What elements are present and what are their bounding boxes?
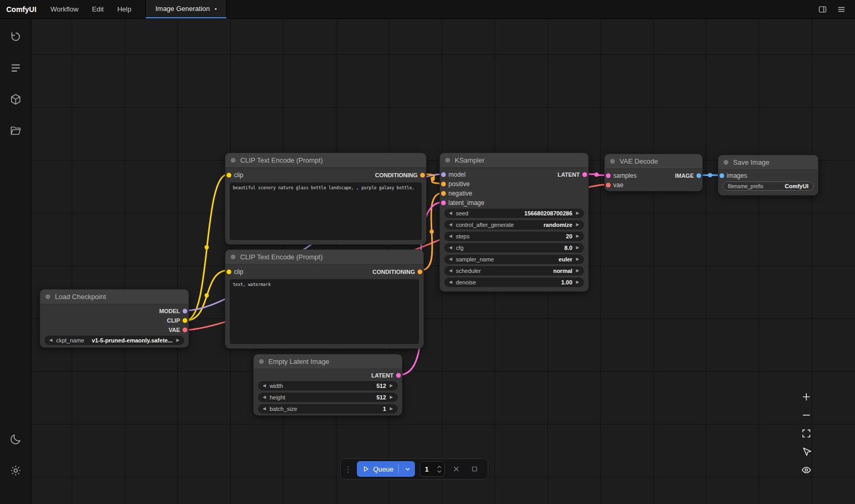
- widget-scheduler[interactable]: ◀ scheduler normal ▶: [444, 266, 584, 276]
- collapse-dot[interactable]: [610, 159, 615, 164]
- input-port-positive[interactable]: [441, 182, 446, 187]
- collapse-dot[interactable]: [259, 359, 264, 364]
- fit-view-icon[interactable]: [801, 428, 812, 439]
- toggle-link-visibility-eye-icon[interactable]: [801, 464, 812, 476]
- link-midpoint-dot[interactable]: [430, 230, 434, 234]
- node-empty-latent-image[interactable]: Empty Latent Image LATENT ◀ width 512 ▶ …: [253, 354, 402, 416]
- tab-image-generation[interactable]: Image Generation ●: [145, 0, 227, 18]
- widget-cfg[interactable]: ◀ cfg 8.0 ▶: [444, 243, 584, 253]
- batch-count-stepper[interactable]: 1: [420, 461, 445, 477]
- input-port-samples[interactable]: [606, 174, 611, 178]
- collapse-dot[interactable]: [724, 160, 728, 165]
- queue-button[interactable]: Queue: [357, 461, 415, 477]
- select-cursor-icon[interactable]: [801, 446, 812, 457]
- menu-help[interactable]: Help: [110, 0, 138, 18]
- link-midpoint-dot[interactable]: [431, 177, 435, 181]
- input-port-clip[interactable]: [227, 173, 231, 178]
- node-vae-decode[interactable]: VAE Decode samples IMAGE vae: [604, 154, 703, 191]
- increment-arrow-icon[interactable]: ▶: [576, 223, 579, 227]
- queue-list-icon[interactable]: [4, 56, 27, 79]
- theme-moon-icon[interactable]: [4, 428, 27, 451]
- increment-arrow-icon[interactable]: ▶: [576, 211, 579, 215]
- decrement-arrow-icon[interactable]: ◀: [449, 223, 452, 227]
- decrement-arrow-icon[interactable]: ◀: [449, 269, 452, 273]
- prompt-textarea[interactable]: beautiful scenery nature glass bottle la…: [230, 182, 422, 240]
- chevron-down-icon[interactable]: [403, 465, 412, 473]
- drag-handle[interactable]: ⋮: [344, 465, 352, 473]
- stop-button[interactable]: [468, 462, 481, 476]
- increment-arrow-icon[interactable]: ▶: [176, 338, 179, 342]
- input-port-images[interactable]: [719, 174, 724, 178]
- input-port-vae[interactable]: [606, 183, 611, 188]
- increment-arrow-icon[interactable]: ▶: [576, 269, 579, 273]
- node-header[interactable]: CLIP Text Encode (Prompt): [226, 250, 423, 265]
- widget-steps[interactable]: ◀ steps 20 ▶: [444, 232, 584, 241]
- stepper-down-icon[interactable]: [436, 469, 442, 474]
- node-header[interactable]: CLIP Text Encode (Prompt): [226, 153, 426, 168]
- decrement-arrow-icon[interactable]: ◀: [263, 395, 266, 399]
- link-midpoint-dot[interactable]: [205, 245, 209, 249]
- decrement-arrow-icon[interactable]: ◀: [263, 384, 266, 388]
- history-icon[interactable]: [4, 25, 27, 48]
- input-port-negative[interactable]: [441, 191, 446, 196]
- increment-arrow-icon[interactable]: ▶: [390, 395, 393, 399]
- input-port-clip[interactable]: [227, 270, 231, 274]
- clear-queue-button[interactable]: [449, 462, 463, 476]
- decrement-arrow-icon[interactable]: ◀: [49, 338, 52, 342]
- output-port-image[interactable]: [696, 174, 701, 178]
- zoom-out-icon[interactable]: [801, 409, 812, 421]
- collapse-dot[interactable]: [46, 294, 50, 299]
- widget-height[interactable]: ◀ height 512 ▶: [258, 393, 398, 402]
- widget-ckpt-name[interactable]: ◀ ckpt_name v1-5-pruned-emaonly.safete..…: [44, 336, 184, 345]
- widget-denoise[interactable]: ◀ denoise 1.00 ▶: [444, 278, 584, 287]
- increment-arrow-icon[interactable]: ▶: [576, 280, 579, 284]
- decrement-arrow-icon[interactable]: ◀: [449, 280, 452, 284]
- decrement-arrow-icon[interactable]: ◀: [449, 211, 452, 215]
- output-port-vae[interactable]: [183, 328, 187, 333]
- collapse-dot[interactable]: [231, 158, 235, 163]
- input-port-latent-image[interactable]: [441, 201, 446, 205]
- node-header[interactable]: Empty Latent Image: [254, 354, 402, 369]
- node-header[interactable]: KSampler: [440, 153, 588, 168]
- menu-edit[interactable]: Edit: [85, 0, 110, 18]
- decrement-arrow-icon[interactable]: ◀: [449, 257, 452, 261]
- increment-arrow-icon[interactable]: ▶: [576, 234, 579, 238]
- widget-batch-size[interactable]: ◀ batch_size 1 ▶: [258, 404, 398, 414]
- node-save-image[interactable]: Save Image images filename_prefix ComfyU…: [718, 155, 818, 196]
- link-midpoint-dot[interactable]: [594, 173, 599, 177]
- node-library-cube-icon[interactable]: [4, 88, 27, 111]
- output-port-latent[interactable]: [582, 173, 587, 177]
- node-graph-canvas[interactable]: CLIP Text Encode (Prompt) clip CONDITION…: [31, 19, 855, 504]
- widget-control-after-generate[interactable]: ◀ control_after_generate randomize ▶: [444, 220, 584, 230]
- widget-width[interactable]: ◀ width 512 ▶: [258, 381, 398, 391]
- output-port-latent[interactable]: [396, 373, 401, 378]
- collapse-dot[interactable]: [445, 158, 450, 163]
- output-port-clip[interactable]: [183, 318, 187, 323]
- widget-seed[interactable]: ◀ seed 156680208700286 ▶: [444, 209, 584, 218]
- output-port-conditioning[interactable]: [418, 270, 422, 274]
- settings-gear-icon[interactable]: [4, 459, 27, 482]
- decrement-arrow-icon[interactable]: ◀: [449, 246, 452, 250]
- link-midpoint-dot[interactable]: [708, 173, 712, 177]
- node-header[interactable]: Save Image: [718, 155, 818, 170]
- decrement-arrow-icon[interactable]: ◀: [263, 407, 266, 411]
- link-midpoint-dot[interactable]: [205, 293, 209, 297]
- collapse-dot[interactable]: [231, 255, 235, 259]
- menu-workflow[interactable]: Workflow: [44, 0, 85, 18]
- output-port-conditioning[interactable]: [420, 173, 425, 178]
- increment-arrow-icon[interactable]: ▶: [576, 246, 579, 250]
- node-header[interactable]: Load Checkpoint: [40, 290, 188, 304]
- stepper-up-icon[interactable]: [436, 465, 442, 469]
- increment-arrow-icon[interactable]: ▶: [576, 257, 579, 261]
- workflows-folder-icon[interactable]: [4, 119, 27, 142]
- increment-arrow-icon[interactable]: ▶: [390, 384, 393, 388]
- toggle-panel-icon[interactable]: [815, 2, 830, 17]
- widget-sampler-name[interactable]: ◀ sampler_name euler ▶: [444, 255, 584, 264]
- input-port-model[interactable]: [441, 173, 446, 177]
- prompt-textarea[interactable]: text, watermark: [230, 279, 419, 344]
- zoom-in-icon[interactable]: [801, 391, 812, 403]
- node-load-checkpoint[interactable]: Load Checkpoint MODEL CLIP VAE ◀ ckpt_na…: [40, 289, 189, 348]
- node-clip-text-encode-negative[interactable]: CLIP Text Encode (Prompt) clip CONDITION…: [225, 249, 424, 349]
- node-ksampler[interactable]: KSampler model LATENT positive negative …: [440, 153, 589, 292]
- widget-filename-prefix[interactable]: filename_prefix ComfyUI: [723, 181, 814, 191]
